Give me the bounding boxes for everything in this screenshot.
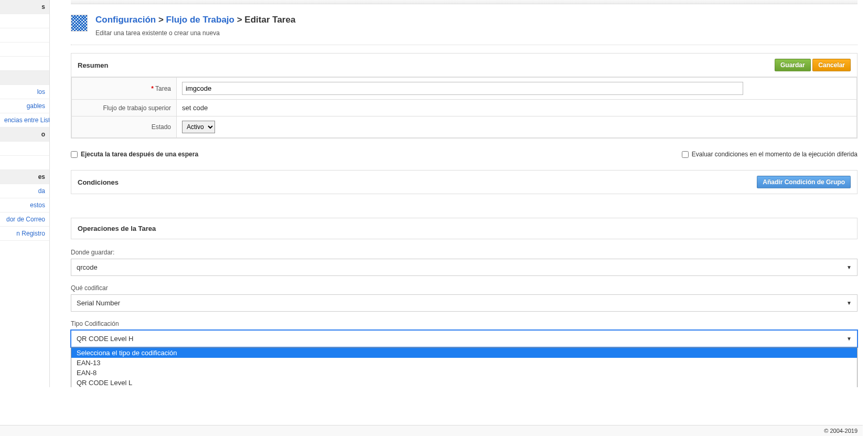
evaluar-checkbox[interactable]: [682, 151, 689, 158]
breadcrumb-configuracion[interactable]: Configuración: [95, 15, 156, 25]
qr-icon: [71, 15, 88, 31]
que-codificar-label: Qué codificar: [71, 284, 858, 292]
dropdown-option[interactable]: Selecciona el tipo de codificación: [71, 348, 857, 358]
que-codificar-select[interactable]: Serial Number ▼: [71, 294, 858, 312]
tarea-input[interactable]: [182, 82, 743, 95]
save-button[interactable]: Guardar: [775, 59, 811, 71]
tipo-label: Tipo Codificación: [71, 320, 858, 327]
sidebar-item[interactable]: estos: [0, 198, 49, 212]
tipo-codificacion-group: Tipo Codificación QR CODE Level H ▼ Sele…: [71, 320, 858, 347]
sidebar-item: [0, 71, 49, 85]
estado-label: Estado: [72, 116, 177, 138]
sidebar-item: [0, 28, 49, 42]
sidebar-item: [0, 142, 49, 156]
breadcrumb: Configuración > Flujo de Trabajo > Edita…: [71, 15, 858, 37]
sidebar-item[interactable]: n Registro: [0, 227, 49, 241]
sidebar-item[interactable]: los: [0, 85, 49, 99]
donde-guardar-label: Donde guardar:: [71, 249, 858, 256]
required-star: *: [151, 85, 154, 92]
sidebar-item[interactable]: da: [0, 184, 49, 198]
breadcrumb-flujo[interactable]: Flujo de Trabajo: [166, 15, 234, 25]
sidebar-item: o: [0, 127, 49, 142]
sidebar-item: s: [0, 0, 49, 14]
divider: [71, 45, 858, 45]
sidebar-item[interactable]: dor de Correo: [0, 212, 49, 227]
dropdown-option[interactable]: EAN-13: [71, 358, 857, 368]
breadcrumb-text: Configuración > Flujo de Trabajo > Edita…: [95, 15, 295, 25]
donde-guardar-group: Donde guardar: qrcode ▼: [71, 249, 858, 276]
resumen-section: Resumen Guardar Cancelar * Tarea: [71, 53, 858, 139]
operaciones-title: Operaciones de la Tarea: [71, 218, 858, 239]
tipo-select[interactable]: QR CODE Level H ▼: [71, 330, 858, 347]
resumen-title: Resumen: [78, 61, 109, 69]
cancel-button[interactable]: Cancelar: [812, 59, 851, 71]
breadcrumb-sep: >: [237, 15, 245, 25]
resumen-table: * Tarea Flujo de trabajo superior set co…: [71, 77, 857, 138]
condiciones-title: Condiciones: [78, 178, 119, 186]
sidebar-item: [0, 57, 49, 71]
sidebar-item: es: [0, 170, 49, 184]
sidebar-item: [0, 156, 49, 170]
breadcrumb-subtitle: Editar una tarea existente o crear una n…: [95, 29, 295, 37]
sidebar-item: [0, 14, 49, 28]
tarea-label: * Tarea: [72, 78, 177, 100]
que-codificar-group: Qué codificar Serial Number ▼: [71, 284, 858, 312]
estado-select[interactable]: Activo: [182, 121, 215, 133]
sidebar-item[interactable]: gables: [0, 99, 49, 113]
top-border: [71, 0, 858, 4]
main-content: Configuración > Flujo de Trabajo > Edita…: [50, 0, 868, 387]
breadcrumb-current: Editar Tarea: [244, 15, 295, 25]
chevron-down-icon: ▼: [846, 336, 852, 342]
evaluar-checkbox-label[interactable]: Evaluar condiciones en el momento de la …: [682, 151, 858, 158]
sidebar-item[interactable]: encias entre Listas: [0, 113, 49, 127]
tipo-dropdown-panel: Selecciona el tipo de codificaciónEAN-13…: [71, 347, 858, 387]
donde-guardar-select[interactable]: qrcode ▼: [71, 259, 858, 276]
breadcrumb-sep: >: [158, 15, 166, 25]
sidebar-item: [0, 42, 49, 57]
flujo-label: Flujo de trabajo superior: [72, 100, 177, 116]
ejecuta-checkbox-label[interactable]: Ejecuta la tarea después de una espera: [71, 151, 198, 158]
dropdown-option[interactable]: EAN-8: [71, 368, 857, 378]
chevron-down-icon: ▼: [846, 300, 852, 306]
add-condition-button[interactable]: Añadir Condición de Grupo: [757, 176, 851, 188]
condiciones-section: Condiciones Añadir Condición de Grupo: [71, 170, 858, 194]
chevron-down-icon: ▼: [846, 264, 852, 270]
ejecuta-checkbox[interactable]: [71, 151, 78, 158]
checkbox-row: Ejecuta la tarea después de una espera E…: [71, 146, 858, 162]
dropdown-option[interactable]: QR CODE Level L: [71, 378, 857, 387]
sidebar: s losgablesencias entre Listaso esdaesto…: [0, 0, 50, 387]
flujo-value: set code: [177, 100, 857, 116]
